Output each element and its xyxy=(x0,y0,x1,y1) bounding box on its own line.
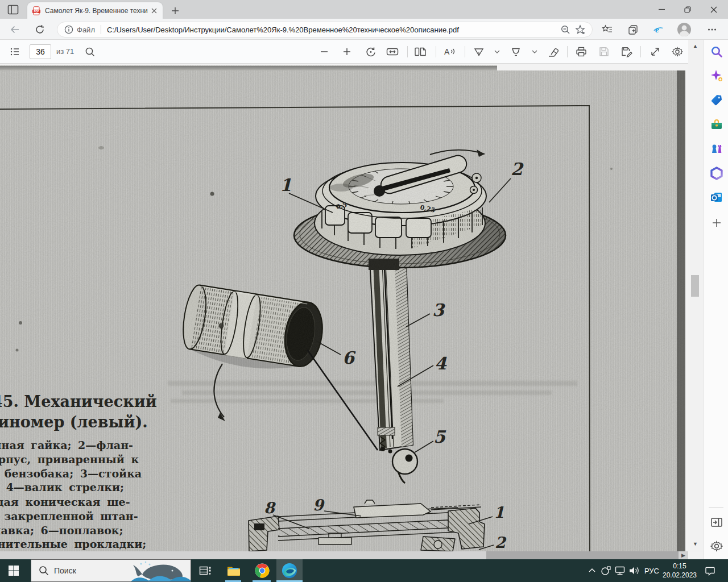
sidebar-outlook-icon[interactable] xyxy=(708,189,725,206)
window-minimize-button[interactable] xyxy=(648,0,675,19)
horizontal-scrollbar[interactable]: ▶ xyxy=(0,551,688,559)
refresh-icon[interactable] xyxy=(32,22,48,38)
pdf-viewer[interactable]: 0,25 0,5 1 2 3 4 5 xyxy=(0,64,688,559)
window-restore-button[interactable] xyxy=(675,0,701,19)
zoom-indicator-icon[interactable] xyxy=(558,22,573,37)
sidebar-divider xyxy=(709,507,723,508)
search-box-whale-image xyxy=(131,560,191,581)
save-as-icon[interactable] xyxy=(619,44,635,59)
address-bar[interactable]: Файл C:/Users/User/Desktop/Инструкции/Са… xyxy=(57,22,593,38)
toolbar-divider xyxy=(436,46,436,57)
sidebar-shopping-tag-icon[interactable] xyxy=(708,92,725,109)
address-divider xyxy=(101,25,101,34)
tray-time: 0:15 xyxy=(659,562,701,571)
taskbar: Поиск РУС 0:15 xyxy=(0,559,728,582)
start-button[interactable] xyxy=(0,559,27,582)
sidebar-toolbox-icon[interactable] xyxy=(708,116,725,133)
page-view-icon[interactable] xyxy=(412,44,428,59)
tray-clock[interactable]: 0:15 20.02.2023 xyxy=(659,562,701,580)
collections-icon[interactable] xyxy=(625,22,641,38)
sidebar-copilot-sparkle-icon[interactable] xyxy=(708,67,725,84)
draw-dropdown-chevron-icon[interactable] xyxy=(489,44,505,59)
edge-icon[interactable] xyxy=(280,559,299,582)
tab-title: Самолет Як-9. Временное техни xyxy=(45,7,149,15)
toolbar-divider xyxy=(567,46,568,57)
new-tab-button[interactable] xyxy=(168,5,182,17)
scroll-up-icon[interactable]: ▲ xyxy=(693,43,698,49)
scroll-right-icon[interactable]: ▶ xyxy=(681,552,685,558)
zoom-out-icon[interactable] xyxy=(316,44,332,59)
print-icon[interactable] xyxy=(573,44,589,59)
profile-avatar[interactable] xyxy=(676,22,692,38)
table-of-contents-icon[interactable] xyxy=(7,44,23,59)
ie-mode-icon[interactable]: e xyxy=(650,22,666,38)
tray-network-icon[interactable] xyxy=(613,559,627,582)
toolbar-divider xyxy=(407,46,408,57)
sidebar-games-icon[interactable] xyxy=(708,140,725,157)
tray-chevron-up-icon[interactable] xyxy=(586,559,598,582)
read-aloud-icon[interactable]: A xyxy=(441,44,457,59)
info-icon[interactable] xyxy=(64,25,73,34)
zoom-in-icon[interactable] xyxy=(339,44,355,59)
sidebar-add-icon[interactable] xyxy=(708,214,725,231)
tray-device-icon[interactable] xyxy=(599,559,612,582)
pdf-page: 0,25 0,5 1 2 3 4 5 xyxy=(0,65,685,551)
add-favorite-icon[interactable] xyxy=(573,22,588,37)
pdf-toolbar: из 71 A xyxy=(0,40,688,64)
fullscreen-icon[interactable] xyxy=(647,44,663,59)
sidebar-settings-gear-icon[interactable] xyxy=(708,538,725,555)
viewer-background xyxy=(497,64,685,70)
vertical-scrollbar-thumb[interactable] xyxy=(691,275,699,297)
toolbar-divider xyxy=(640,46,641,57)
scan-right-edge xyxy=(677,65,685,551)
window-close-button[interactable] xyxy=(701,0,727,19)
pdf-search-icon[interactable] xyxy=(82,44,98,59)
horizontal-scrollbar-thumb[interactable] xyxy=(486,551,679,559)
scan-top-edge xyxy=(0,66,497,70)
paper-grain xyxy=(0,65,685,551)
rotate-icon[interactable] xyxy=(363,44,379,59)
taskbar-search-placeholder: Поиск xyxy=(54,566,131,575)
sidebar-open-panel-icon[interactable] xyxy=(708,514,725,531)
highlight-dropdown-chevron-icon[interactable] xyxy=(527,44,543,59)
pdf-file-icon: PDF xyxy=(32,6,41,15)
taskbar-search-input[interactable]: Поиск xyxy=(31,559,191,582)
favorites-bar-icon[interactable] xyxy=(599,22,615,38)
fit-to-width-icon[interactable] xyxy=(384,44,400,59)
browser-tab[interactable]: PDF Самолет Як-9. Временное техни xyxy=(27,2,163,19)
svg-text:PDF: PDF xyxy=(34,10,39,13)
address-url[interactable]: C:/Users/User/Desktop/Инструкции/Самолет… xyxy=(107,26,558,34)
erase-tool-icon[interactable] xyxy=(545,44,561,59)
taskbar-search-icon xyxy=(38,565,49,576)
file-explorer-icon[interactable] xyxy=(224,559,243,582)
edge-sidebar xyxy=(704,40,728,559)
action-center-icon[interactable] xyxy=(702,559,718,582)
chrome-icon[interactable] xyxy=(253,559,272,582)
more-menu-icon[interactable] xyxy=(704,22,720,38)
highlight-tool-icon[interactable] xyxy=(508,44,524,59)
pdf-settings-gear-icon[interactable] xyxy=(669,44,685,59)
nav-toolbar: Файл C:/Users/User/Desktop/Инструкции/Са… xyxy=(0,19,728,40)
save-icon xyxy=(596,44,612,59)
svg-text:A: A xyxy=(444,47,450,56)
page-count-label: из 71 xyxy=(56,47,74,56)
draw-tool-icon[interactable] xyxy=(471,44,487,59)
vertical-scrollbar[interactable]: ▲ ▼ xyxy=(688,40,704,552)
tab-close-icon[interactable] xyxy=(149,6,159,16)
page-number-input[interactable] xyxy=(30,44,51,59)
toolbar-divider xyxy=(465,46,465,57)
titlebar: PDF Самолет Як-9. Временное техни xyxy=(0,0,728,19)
scroll-down-icon[interactable]: ▼ xyxy=(693,541,698,547)
task-view-icon[interactable] xyxy=(196,559,215,582)
tray-date: 20.02.2023 xyxy=(659,571,701,580)
vertical-tabs-icon[interactable] xyxy=(5,3,22,16)
pdf-page-figure: 0,25 0,5 1 2 3 4 5 xyxy=(0,65,685,551)
file-scheme-label: Файл xyxy=(77,26,95,34)
svg-text:e: e xyxy=(655,25,659,34)
sidebar-microsoft-365-icon[interactable] xyxy=(708,165,725,182)
tray-volume-icon[interactable] xyxy=(627,559,642,582)
sidebar-search-icon[interactable] xyxy=(708,43,725,60)
back-icon[interactable] xyxy=(7,22,23,38)
